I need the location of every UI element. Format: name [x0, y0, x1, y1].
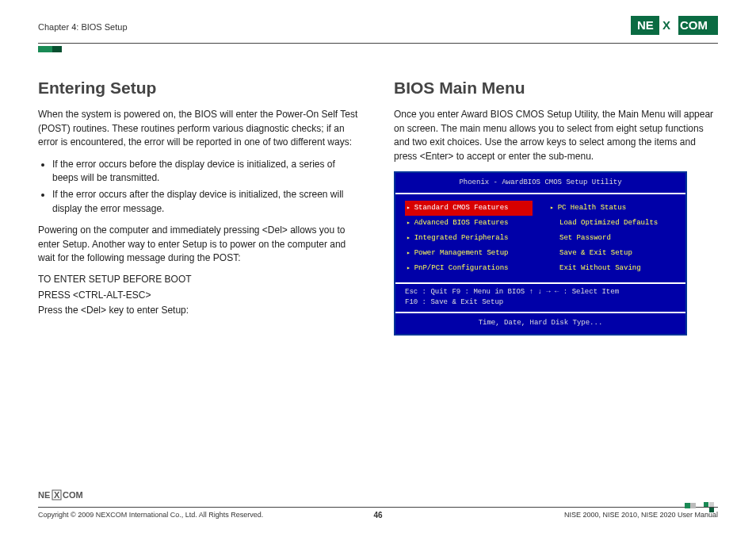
- footer-copyright: Copyright © 2009 NEXCOM International Co…: [38, 511, 263, 519]
- bios-menu-item: Integrated Peripherals: [405, 231, 533, 246]
- right-column: BIOS Main Menu Once you enter Award BIOS…: [394, 76, 718, 336]
- bios-hint: Time, Date, Hard Disk Type...: [395, 313, 685, 333]
- bios-help-line2: F10 : Save & Exit Setup: [405, 297, 676, 308]
- svg-text:NE: NE: [38, 490, 50, 500]
- page-header: Chapter 4: BIOS Setup NE X COM: [38, 16, 718, 44]
- left-column: Entering Setup When the system is powere…: [38, 76, 362, 336]
- left-heading: Entering Setup: [38, 76, 362, 100]
- bios-menu-item: Advanced BIOS Features: [405, 216, 533, 231]
- svg-text:NE: NE: [637, 18, 654, 32]
- chapter-label: Chapter 4: BIOS Setup: [38, 22, 128, 32]
- svg-rect-11: [709, 508, 714, 512]
- footer-logo: NE X COM: [38, 489, 718, 505]
- bios-help: Esc : Quit F9 : Menu in BIOS ↑ ↓ → ← : S…: [395, 284, 685, 313]
- svg-rect-10: [709, 502, 714, 507]
- svg-text:COM: COM: [63, 490, 83, 500]
- header-accent-bar: [38, 46, 62, 52]
- error-list: If the error occurs before the display d…: [52, 158, 362, 217]
- setup-line1: TO ENTER SETUP BEFORE BOOT: [38, 273, 362, 286]
- bullet-1: If the error occurs before the display d…: [52, 158, 362, 186]
- right-heading: BIOS Main Menu: [394, 76, 718, 100]
- svg-text:X: X: [662, 18, 670, 32]
- footer-bar: Copyright © 2009 NEXCOM International Co…: [38, 507, 718, 519]
- left-p2: Powering on the computer and immediately…: [38, 224, 362, 265]
- bios-menu-item: Exit Without Saving: [548, 261, 676, 276]
- bullet-2: If the error occurs after the display de…: [52, 188, 362, 216]
- bios-screenshot: Phoenix - AwardBIOS CMOS Setup Utility S…: [394, 171, 687, 336]
- bios-left-col: Standard CMOS FeaturesAdvanced BIOS Feat…: [405, 201, 533, 276]
- footer-manual: NISE 2000, NISE 2010, NISE 2020 User Man…: [564, 511, 718, 519]
- bios-menu-item: Power Management Setup: [405, 246, 533, 261]
- bios-right-col: PC Health StatusLoad Optimized DefaultsS…: [548, 201, 676, 276]
- bios-title: Phoenix - AwardBIOS CMOS Setup Utility: [395, 173, 685, 193]
- content-columns: Entering Setup When the system is powere…: [38, 76, 718, 336]
- bios-menu-item: PC Health Status: [548, 201, 676, 216]
- bios-menu: Standard CMOS FeaturesAdvanced BIOS Feat…: [395, 193, 685, 284]
- left-p1: When the system is powered on, the BIOS …: [38, 108, 362, 149]
- page-footer: NE X COM Copyright © 2009 NEXCOM Interna…: [38, 489, 718, 519]
- svg-rect-9: [704, 502, 708, 507]
- bios-menu-item: Save & Exit Setup: [548, 246, 676, 261]
- bios-menu-item: Standard CMOS Features: [405, 201, 533, 216]
- right-p1: Once you enter Award BIOS CMOS Setup Uti…: [394, 108, 718, 163]
- bios-menu-item: Set Password: [548, 231, 676, 246]
- svg-text:COM: COM: [680, 18, 708, 32]
- footer-squares-icon: [704, 502, 718, 515]
- setup-line2: PRESS <CTRL-ALT-ESC>: [38, 289, 362, 302]
- brand-logo: NE X COM: [631, 16, 718, 38]
- bios-menu-item: Load Optimized Defaults: [548, 216, 676, 231]
- bios-help-line1: Esc : Quit F9 : Menu in BIOS ↑ ↓ → ← : S…: [405, 287, 676, 297]
- setup-line3: Press the <Del> key to enter Setup:: [38, 304, 362, 317]
- svg-text:X: X: [54, 490, 60, 500]
- page-number: 46: [373, 511, 382, 520]
- bios-menu-item: PnP/PCI Configurations: [405, 261, 533, 276]
